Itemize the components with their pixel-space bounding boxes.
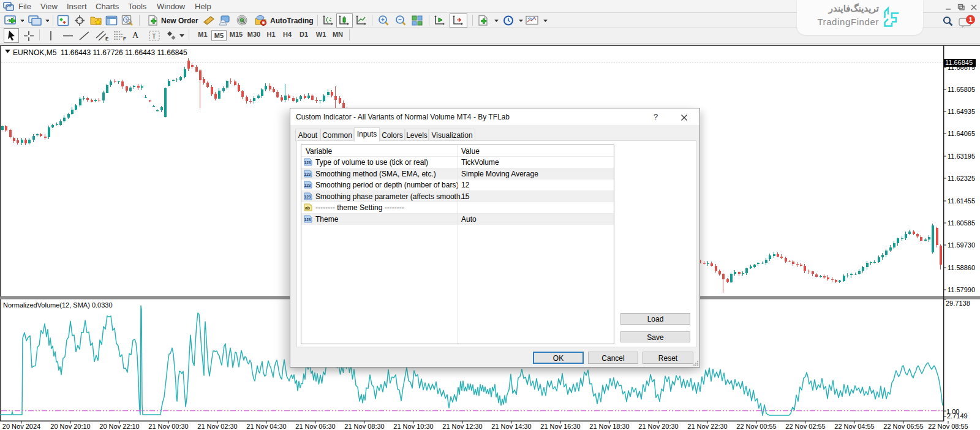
svg-text:11.57990: 11.57990	[948, 286, 975, 293]
svg-text:22 Nov 06:55: 22 Nov 06:55	[883, 423, 923, 430]
svg-text:21 Nov 04:30: 21 Nov 04:30	[246, 423, 286, 430]
svg-text:F: F	[123, 36, 126, 42]
svg-text:123: 123	[304, 183, 311, 187]
svg-text:29.7138: 29.7138	[946, 300, 970, 307]
svg-text:123: 123	[304, 160, 311, 165]
svg-text:11.64935: 11.64935	[948, 108, 975, 115]
svg-text:2.7149: 2.7149	[947, 412, 968, 420]
svg-text:22 Nov 02:55: 22 Nov 02:55	[785, 423, 825, 430]
svg-text:11.61455: 11.61455	[948, 197, 975, 205]
svg-text:20 Nov 2024: 20 Nov 2024	[2, 423, 40, 430]
svg-text:T: T	[152, 32, 156, 40]
svg-text:22 Nov 00:55: 22 Nov 00:55	[736, 423, 776, 430]
svg-text:E: E	[105, 36, 109, 42]
svg-text:21 Nov 18:30: 21 Nov 18:30	[589, 423, 629, 430]
svg-text:22 Nov 08:55: 22 Nov 08:55	[928, 423, 968, 430]
svg-text:21 Nov 10:30: 21 Nov 10:30	[393, 423, 433, 430]
svg-text:ab: ab	[305, 206, 310, 210]
svg-text:22 Nov 04:55: 22 Nov 04:55	[834, 423, 874, 430]
svg-text:11.60585: 11.60585	[948, 219, 975, 227]
svg-text:21 Nov 00:30: 21 Nov 00:30	[148, 423, 188, 430]
svg-text:11.64065: 11.64065	[948, 130, 975, 137]
svg-text:21 Nov 16:30: 21 Nov 16:30	[540, 423, 580, 430]
svg-text:11.58860: 11.58860	[948, 264, 975, 271]
svg-text:21 Nov 12:30: 21 Nov 12:30	[442, 423, 482, 430]
svg-text:11.63195: 11.63195	[948, 153, 975, 160]
svg-text:21 Nov 14:30: 21 Nov 14:30	[491, 423, 531, 430]
svg-text:21 Nov 20:30: 21 Nov 20:30	[638, 423, 678, 430]
svg-text:123: 123	[304, 172, 311, 176]
svg-text:20 Nov 22:10: 20 Nov 22:10	[99, 423, 139, 430]
svg-text:21 Nov 08:30: 21 Nov 08:30	[344, 423, 384, 430]
svg-text:NormalizedVolume(12, SMA) 0.03: NormalizedVolume(12, SMA) 0.0330	[3, 301, 113, 309]
svg-text:21 Nov 06:30: 21 Nov 06:30	[295, 423, 335, 430]
svg-text:1: 1	[968, 16, 972, 23]
svg-text:11.66845: 11.66845	[945, 59, 973, 66]
svg-text:11.59730: 11.59730	[948, 241, 975, 249]
svg-text:EURNOK,M5 11.66443 11.67726 1: EURNOK,M5 11.66443 11.67726 11.66443 11.…	[13, 48, 187, 57]
svg-text:11.65805: 11.65805	[948, 86, 975, 93]
svg-text:21 Nov 22:30: 21 Nov 22:30	[687, 423, 727, 430]
svg-text:20 Nov 20:10: 20 Nov 20:10	[50, 423, 90, 430]
svg-text:21 Nov 02:30: 21 Nov 02:30	[197, 423, 237, 430]
svg-text:123: 123	[304, 217, 311, 221]
svg-text:123: 123	[304, 194, 311, 198]
svg-text:11.62325: 11.62325	[948, 175, 975, 182]
